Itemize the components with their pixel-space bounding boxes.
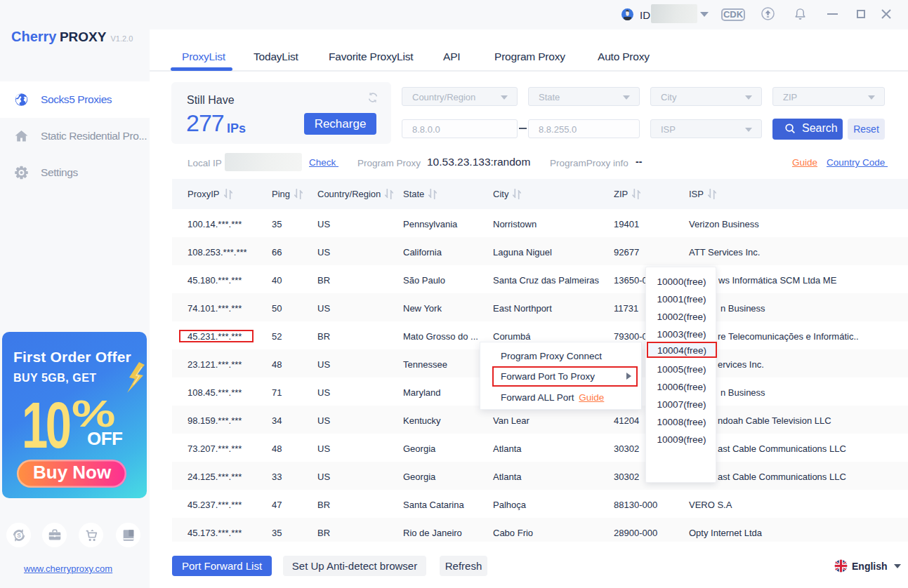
svg-text:S: S	[17, 533, 21, 539]
